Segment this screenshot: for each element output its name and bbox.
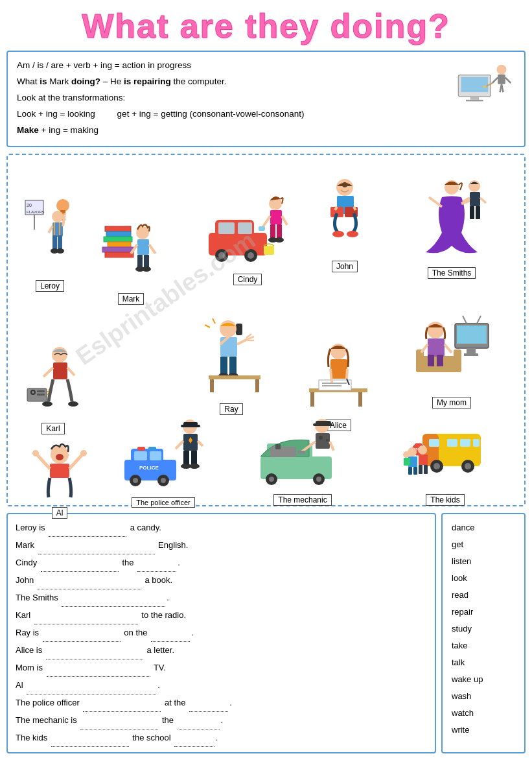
svg-line-55 xyxy=(282,216,287,225)
svg-line-101 xyxy=(213,318,215,324)
info-box: Am / is / are + verb + ing = action in p… xyxy=(6,51,526,147)
svg-rect-105 xyxy=(255,379,259,392)
blank-13a xyxy=(51,729,129,747)
svg-rect-142 xyxy=(150,451,161,460)
svg-rect-120 xyxy=(464,353,478,356)
svg-rect-97 xyxy=(220,357,227,375)
svg-rect-192 xyxy=(413,467,417,475)
alice-figure xyxy=(303,333,374,418)
svg-rect-45 xyxy=(238,222,252,234)
svg-point-67 xyxy=(347,231,358,237)
svg-rect-35 xyxy=(137,239,149,255)
exercise-line-9: Mom is TV. xyxy=(16,659,427,677)
svg-line-115 xyxy=(347,369,347,379)
ray-label: Ray xyxy=(220,403,242,415)
svg-rect-156 xyxy=(183,451,189,465)
svg-rect-73 xyxy=(470,192,480,206)
exercise-line-12: The mechanic is the . xyxy=(16,712,427,729)
svg-rect-181 xyxy=(460,439,470,447)
svg-rect-11 xyxy=(483,86,487,88)
exercise-line-7: Ray is on the . xyxy=(16,624,427,642)
svg-rect-29 xyxy=(106,231,131,237)
page-title: What are they doing? xyxy=(6,6,526,45)
john-label: John xyxy=(332,261,358,272)
svg-rect-103 xyxy=(209,375,260,379)
svg-point-49 xyxy=(248,252,254,259)
blank-11a xyxy=(83,694,161,712)
blank-3b xyxy=(137,554,176,572)
kids-figure: STOP xyxy=(403,414,487,492)
svg-rect-108 xyxy=(358,392,362,407)
verb-dance: dance xyxy=(452,519,515,536)
char-the-mechanic: The mechanic xyxy=(257,408,348,506)
svg-point-80 xyxy=(32,391,34,394)
char-police-officer: POLICE xyxy=(121,411,205,508)
svg-point-171 xyxy=(326,439,329,442)
svg-rect-196 xyxy=(424,465,428,474)
smiths-label: The Smiths xyxy=(428,267,476,279)
char-john: John xyxy=(312,174,377,272)
verb-wash: wash xyxy=(452,688,515,705)
svg-rect-31 xyxy=(108,242,131,247)
svg-point-145 xyxy=(133,478,138,483)
mechanic-figure xyxy=(257,408,348,492)
svg-rect-180 xyxy=(447,439,457,447)
svg-point-68 xyxy=(342,182,347,187)
svg-line-70 xyxy=(429,197,442,207)
verb-look: look xyxy=(452,570,515,587)
svg-rect-157 xyxy=(191,451,197,465)
svg-rect-174 xyxy=(297,451,305,454)
svg-line-85 xyxy=(43,368,53,377)
svg-rect-119 xyxy=(467,348,476,353)
svg-text:20: 20 xyxy=(27,203,32,207)
mechanic-label: The mechanic xyxy=(273,494,331,506)
scene-box: Eslprintables.com 20 FLAVORS xyxy=(6,154,526,506)
info-bold2: doing? xyxy=(71,77,100,86)
svg-rect-28 xyxy=(105,226,131,231)
al-label: Al xyxy=(52,507,68,519)
svg-line-21 xyxy=(49,226,52,233)
svg-rect-127 xyxy=(428,338,445,357)
verb-listen: listen xyxy=(452,553,515,570)
svg-point-197 xyxy=(403,451,410,458)
exercise-line-13: The kids the school . xyxy=(16,729,427,747)
svg-rect-126 xyxy=(454,349,461,372)
svg-line-93 xyxy=(237,339,248,344)
svg-text:POLICE: POLICE xyxy=(139,465,159,471)
svg-line-155 xyxy=(198,441,203,446)
svg-rect-113 xyxy=(330,359,347,379)
svg-line-64 xyxy=(335,207,337,210)
svg-point-138 xyxy=(80,450,87,456)
svg-rect-50 xyxy=(264,246,274,255)
svg-rect-198 xyxy=(404,458,410,466)
karl-figure xyxy=(24,337,82,421)
verb-read: read xyxy=(452,587,515,604)
svg-line-102 xyxy=(205,325,210,327)
svg-rect-3 xyxy=(466,100,483,102)
computer-repair-icon xyxy=(453,57,518,109)
verb-write: write xyxy=(452,722,515,739)
svg-rect-149 xyxy=(148,447,156,451)
info-line4: Look + ing = looking get + ing = getting… xyxy=(17,107,515,122)
svg-rect-89 xyxy=(236,324,242,335)
svg-point-88 xyxy=(68,401,78,407)
svg-point-165 xyxy=(269,477,274,482)
svg-rect-182 xyxy=(473,439,480,447)
svg-point-159 xyxy=(189,464,200,469)
police-officer-figure: POLICE xyxy=(121,411,205,495)
verb-repair: repair xyxy=(452,604,515,621)
svg-point-193 xyxy=(418,445,427,455)
blank-2a xyxy=(38,537,155,554)
kids-label: The kids xyxy=(426,494,464,506)
svg-rect-54 xyxy=(259,226,265,231)
karl-label: Karl xyxy=(41,423,64,434)
svg-point-90 xyxy=(220,320,237,337)
svg-rect-82 xyxy=(37,394,45,396)
exercises-section: Leroy is a candy. Mark English. Cindy th… xyxy=(6,513,526,753)
svg-rect-148 xyxy=(137,447,145,451)
police-officer-label: The police officer xyxy=(132,497,195,508)
exercise-line-6: Karl to the radio. xyxy=(16,607,427,624)
svg-line-9 xyxy=(505,78,511,83)
svg-point-184 xyxy=(434,463,440,469)
mark-label: Mark xyxy=(118,293,145,305)
